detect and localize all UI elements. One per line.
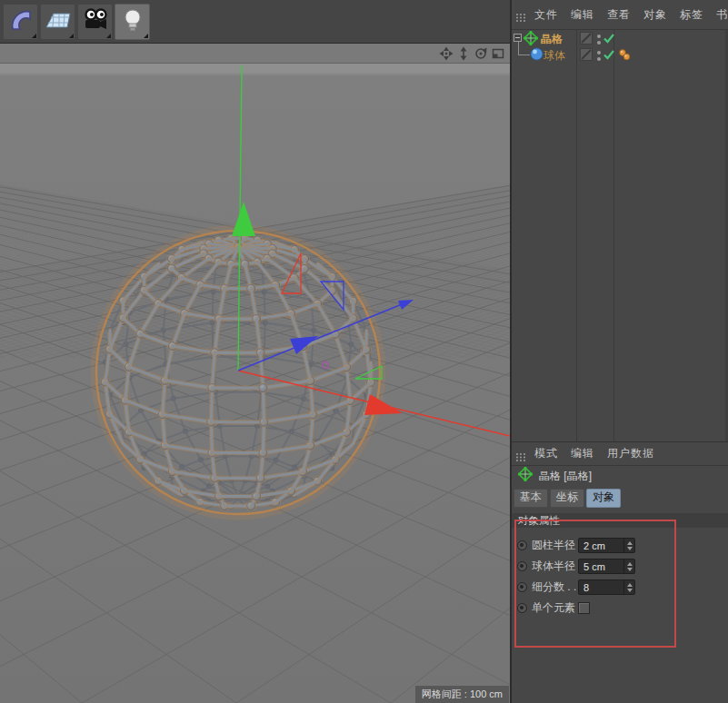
om-menu-edit[interactable]: 编辑 [571,7,594,23]
object-tree: 晶格 [512,30,728,441]
am-menu-mode[interactable]: 模式 [534,446,558,461]
bend-deformer-icon [7,6,35,37]
flyout-corner [144,34,148,38]
floor-grid-icon [45,6,72,37]
stepper-arrows[interactable] [623,539,634,552]
om-menu-objects[interactable]: 对象 [643,7,667,23]
property-label: 球体半径 [532,559,578,574]
deformer-toolbar [0,0,510,44]
floor-tool-button[interactable] [40,4,75,40]
input-value: 5 cm [579,561,623,572]
object-label[interactable]: 球体 [544,48,565,64]
keyframe-circle-icon[interactable] [517,561,527,571]
layer-toggle-icon[interactable] [580,48,593,64]
om-menu-view[interactable]: 查看 [607,7,631,23]
column-divider [576,30,577,441]
keyframe-circle-icon[interactable] [517,603,527,613]
property-row-subdivisions: 细分数 . . 8 [512,577,728,598]
object-manager: 文件 编辑 查看 对象 标签 书签 [512,0,728,441]
property-row-single-elements: 单个元素 [512,598,728,619]
om-menu-bookmarks[interactable]: 书签 [716,7,728,23]
keyframe-circle-icon[interactable] [517,582,527,592]
attribute-object-title: 晶格 [晶格] [539,469,592,484]
attribute-manager: 模式 编辑 用户数据 晶格 [晶格] 基本 坐标 [512,441,728,703]
left-pane: 网格间距 : 100 cm [0,0,510,703]
light-tool-button[interactable] [115,4,150,40]
viewport-panel: 网格间距 : 100 cm [0,44,510,703]
flyout-corner [69,34,74,38]
om-menu-file[interactable]: 文件 [534,7,558,23]
pan-icon[interactable] [439,46,454,61]
single-elements-checkbox[interactable] [578,602,590,614]
dolly-icon[interactable] [456,46,471,61]
stepper-arrows[interactable] [623,559,634,573]
atom-array-icon [518,467,533,485]
subdivisions-input[interactable]: 8 [578,579,635,595]
attribute-object-header: 晶格 [晶格] [512,466,728,486]
stepper-arrows[interactable] [623,580,634,594]
visibility-dots-icon[interactable] [596,49,602,65]
viewport-nav-controls [439,46,505,61]
tab-coordinates[interactable]: 坐标 [550,489,584,508]
am-menu-userdata[interactable]: 用户数据 [607,446,654,461]
points-tag-icon[interactable] [618,48,632,65]
object-row-sphere[interactable]: 球体 [512,46,728,63]
camera-tool-button[interactable] [77,4,113,40]
camera-icon [82,6,109,37]
keyframe-circle-icon[interactable] [517,540,527,550]
attribute-manager-menubar: 模式 编辑 用户数据 [512,442,728,466]
property-label: 圆柱半径 [532,538,578,553]
sphere-icon [530,47,544,64]
cylinder-radius-input[interactable]: 2 cm [578,538,635,553]
tab-object[interactable]: 对象 [586,489,621,508]
drag-handle-icon[interactable] [515,10,527,26]
viewport-3d[interactable]: 网格间距 : 100 cm [0,64,510,703]
expand-toggle[interactable] [514,34,522,42]
object-label[interactable]: 晶格 [541,32,563,47]
enabled-check-icon[interactable] [603,48,615,64]
attribute-tabs: 基本 坐标 对象 [512,489,728,507]
rotate-view-icon[interactable] [474,46,488,61]
light-icon [119,6,146,37]
right-pane: 文件 编辑 查看 对象 标签 书签 [510,0,728,703]
om-menu-tags[interactable]: 标签 [680,7,703,23]
sphere-radius-input[interactable]: 5 cm [578,559,635,574]
toggle-layout-icon[interactable] [491,46,505,61]
grid-spacing-status: 网格间距 : 100 cm [415,686,509,703]
object-row-atom-array[interactable]: 晶格 [512,30,728,46]
property-label: 单个元素 [532,600,578,616]
cinema4d-window: 网格间距 : 100 cm 文件 编辑 查看 对象 标签 书签 [0,0,728,703]
drag-handle-icon[interactable] [515,450,527,466]
property-row-cylinder-radius: 圆柱半径 2 cm [512,535,728,556]
section-header-object-properties: 对象属性 [512,513,728,528]
flyout-corner [106,34,111,38]
bend-tool-button[interactable] [3,4,38,40]
tab-basic[interactable]: 基本 [514,489,548,508]
property-row-sphere-radius: 球体半径 5 cm [512,556,728,577]
am-menu-edit[interactable]: 编辑 [571,446,594,461]
property-label: 细分数 . . [532,579,578,595]
column-divider [613,30,614,441]
input-value: 2 cm [579,540,623,551]
tree-connector [518,42,530,55]
input-value: 8 [579,582,623,593]
object-manager-menubar: 文件 编辑 查看 对象 标签 书签 [512,0,728,30]
flyout-corner [32,34,36,38]
viewport-header [0,44,510,64]
